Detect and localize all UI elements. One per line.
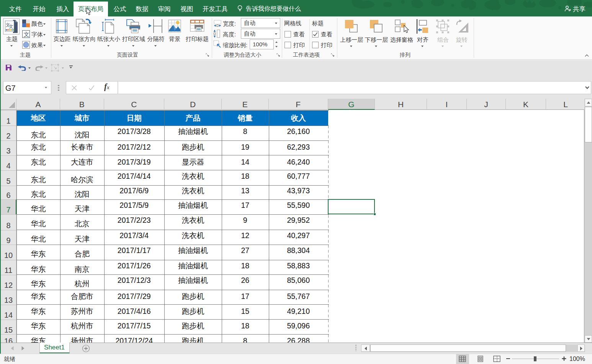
svg-text:文: 文 [24,31,29,38]
svg-text:文: 文 [9,24,13,29]
